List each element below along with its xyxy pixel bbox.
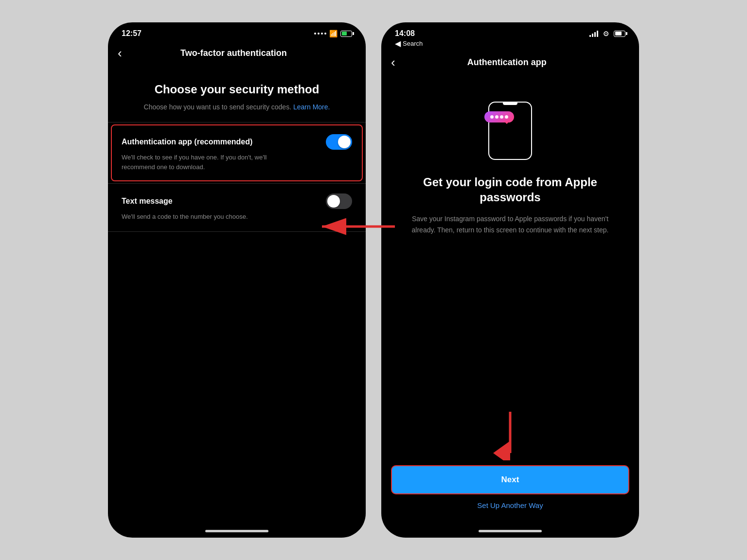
phone-outline — [488, 102, 532, 160]
speech-bubble — [484, 111, 514, 122]
left-wifi-icon: 📶 — [329, 30, 338, 37]
left-home-bar — [205, 530, 268, 532]
dot1 — [490, 115, 494, 119]
right-search-nav: ◀ Search — [381, 38, 639, 51]
left-header-subtitle-text: Choose how you want us to send security … — [144, 103, 292, 111]
left-header-section: Choose your security method Choose how y… — [108, 68, 366, 122]
left-signal-dots — [314, 33, 326, 35]
text-msg-toggle[interactable] — [326, 193, 352, 209]
right-battery-icon — [614, 31, 625, 37]
left-back-button[interactable]: ‹ — [118, 45, 126, 61]
auth-app-desc: We'll check to see if you have one. If y… — [122, 153, 287, 172]
auth-app-toggle-knob — [338, 136, 351, 148]
right-status-bar: 14:08 ⊙ — [381, 22, 639, 38]
left-divider-bottom — [108, 231, 366, 232]
text-message-option[interactable]: Text message We'll send a code to the nu… — [108, 184, 366, 231]
auth-app-option[interactable]: Authentication app (recommended) We'll c… — [111, 124, 363, 181]
left-nav-title: Two-factor authentication — [126, 48, 356, 58]
right-main-section: Get your login code from Apple passwords… — [381, 77, 639, 402]
right-phone: 14:08 ⊙ ◀ Search ‹ Authentication app — [381, 22, 639, 538]
left-phone: 12:57 📶 ‹ Two-factor authentication — [108, 22, 366, 538]
down-arrow — [491, 412, 530, 460]
dot4 — [505, 115, 508, 119]
right-search-back-icon: ◀ — [395, 39, 401, 48]
phone-illustration — [483, 97, 537, 160]
right-nav-bar: ‹ Authentication app — [381, 51, 639, 77]
left-header-title: Choose your security method — [123, 83, 351, 96]
auth-app-title: Authentication app (recommended) — [122, 138, 252, 146]
left-time: 12:57 — [122, 29, 142, 38]
right-bottom-section: Next Set Up Another Way — [381, 402, 639, 524]
right-nav-title: Authentication app — [399, 57, 629, 68]
setup-another-link[interactable]: Set Up Another Way — [391, 501, 629, 509]
left-status-bar: 12:57 📶 — [108, 22, 366, 42]
left-status-icons: 📶 — [314, 30, 352, 37]
auth-app-toggle[interactable] — [326, 134, 352, 150]
left-home-indicator — [108, 524, 366, 538]
dot3 — [500, 115, 503, 119]
right-status-icons: ⊙ — [589, 30, 625, 37]
left-screen-content: Choose your security method Choose how y… — [108, 68, 366, 524]
right-content-desc: Save your Instagram password to Apple pa… — [396, 213, 624, 235]
left-divider-top — [108, 122, 366, 122]
right-home-bar — [479, 530, 542, 532]
right-search-text: Search — [403, 40, 423, 47]
right-signal-bars — [589, 30, 598, 37]
left-header-subtitle: Choose how you want us to send security … — [123, 102, 351, 112]
text-msg-toggle-knob — [327, 195, 340, 208]
right-time: 14:08 — [395, 29, 415, 38]
text-msg-title: Text message — [122, 197, 173, 206]
learn-more-link[interactable]: Learn More. — [293, 103, 330, 111]
left-battery-icon — [340, 31, 352, 37]
right-wifi-icon: ⊙ — [603, 30, 609, 37]
left-nav-bar: ‹ Two-factor authentication — [108, 42, 366, 68]
text-msg-header: Text message — [122, 193, 352, 209]
right-screen-content: Get your login code from Apple passwords… — [381, 77, 639, 524]
next-button[interactable]: Next — [391, 465, 629, 494]
dot2 — [495, 115, 498, 119]
right-content-title: Get your login code from Apple passwords — [396, 175, 624, 205]
right-home-indicator — [381, 524, 639, 538]
right-back-button[interactable]: ‹ — [391, 54, 399, 70]
auth-app-header: Authentication app (recommended) — [122, 134, 352, 150]
text-msg-desc: We'll send a code to the number you choo… — [122, 212, 287, 222]
phones-wrapper: 12:57 📶 ‹ Two-factor authentication — [108, 22, 639, 538]
phone-notch — [503, 102, 517, 105]
